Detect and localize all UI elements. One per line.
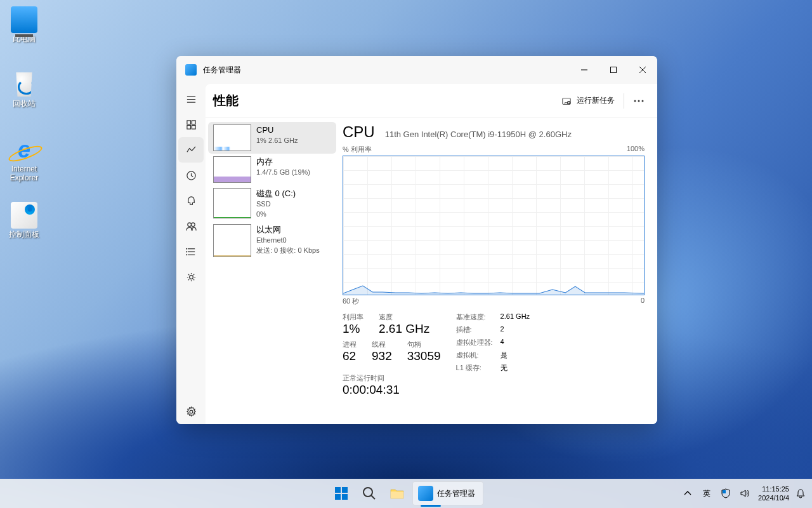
perf-item-disk[interactable]: 磁盘 0 (C:) SSD 0%: [208, 185, 336, 222]
start-button[interactable]: [329, 481, 354, 506]
windows-logo-icon: [334, 486, 349, 501]
clock-date: 2024/10/4: [758, 493, 789, 502]
cpu-model: 11th Gen Intel(R) Core(TM) i9-11950H @ 2…: [385, 130, 572, 139]
svg-rect-10: [192, 125, 195, 129]
recycle-bin-icon: [11, 71, 37, 98]
perf-item-memory[interactable]: 内存 1.4/7.5 GB (19%): [208, 154, 336, 185]
chart-ylabel: % 利用率: [343, 145, 372, 154]
more-icon: [634, 100, 644, 102]
svg-point-20: [189, 275, 193, 279]
divider: [624, 93, 624, 109]
tray-show-hidden-icons[interactable]: [678, 481, 697, 506]
svg-rect-7: [187, 120, 190, 124]
nav-processes[interactable]: [178, 112, 204, 137]
cpu-spec-table: 基准速度:2.61 GHz 插槽:2 虚拟处理器:4 虚拟机:是 L1 缓存:无: [456, 312, 530, 397]
ie-icon: [11, 137, 37, 163]
chart-xleft: 60 秒: [343, 297, 359, 306]
nav-performance[interactable]: [178, 137, 204, 163]
task-manager-window: 任务管理器 性能 运行新任务: [176, 56, 657, 424]
minimize-button[interactable]: [570, 56, 599, 84]
svg-rect-1: [611, 67, 617, 73]
tray-security-icon[interactable]: [716, 481, 735, 506]
window-titlebar[interactable]: 任务管理器: [176, 56, 657, 84]
perf-item-sub2: 发送: 0 接收: 0 Kbps: [256, 246, 320, 255]
cpu-utilization-chart: [343, 156, 645, 295]
svg-rect-35: [391, 491, 403, 498]
chart-xright: 0: [641, 297, 645, 306]
perf-item-sub: Ethernet0: [256, 236, 320, 245]
svg-line-34: [371, 495, 375, 499]
chart-grid: [343, 156, 644, 295]
svg-point-33: [363, 488, 372, 497]
task-manager-icon: [418, 486, 433, 501]
svg-rect-32: [342, 494, 348, 500]
tray-notifications[interactable]: [793, 488, 808, 498]
desktop-icon-internet-explorer[interactable]: Internet Explorer: [0, 137, 48, 183]
nav-hamburger-button[interactable]: [178, 86, 204, 112]
bell-icon: [796, 488, 806, 498]
clock-time: 11:15:25: [762, 485, 789, 493]
perf-item-sub2: 0%: [256, 210, 296, 219]
taskbar-task-manager[interactable]: 任务管理器: [412, 481, 483, 505]
svg-point-21: [190, 410, 193, 413]
desktop-icon-label: Internet Explorer: [0, 164, 48, 183]
svg-point-17: [186, 248, 187, 249]
page-title: 性能: [213, 92, 239, 109]
folder-icon: [390, 486, 405, 501]
chevron-up-icon: [683, 488, 693, 498]
nav-details[interactable]: [178, 239, 204, 264]
page-header: 性能 运行新任务: [206, 84, 657, 118]
nav-users[interactable]: [178, 213, 204, 239]
taskbar-search-button[interactable]: [357, 481, 382, 506]
svg-rect-31: [335, 494, 341, 500]
desktop-icon-recycle-bin[interactable]: 回收站: [0, 71, 48, 108]
nav-app-history[interactable]: [178, 163, 204, 188]
nav-services[interactable]: [178, 264, 204, 290]
perf-item-cpu[interactable]: CPU 1% 2.61 GHz: [208, 122, 336, 154]
speaker-icon: [740, 488, 750, 498]
more-options-button[interactable]: [628, 91, 650, 110]
desktop-icon-control-panel[interactable]: 控制面板: [0, 202, 48, 239]
chart-ymax: 100%: [627, 145, 645, 154]
nav-settings[interactable]: [178, 399, 204, 424]
search-icon: [362, 486, 377, 501]
stat-utilization: 利用率 1%: [343, 312, 363, 336]
perf-item-name: CPU: [256, 124, 298, 136]
run-task-icon: [561, 96, 572, 106]
detail-title: CPU: [343, 123, 375, 141]
desktop-icon-label: 控制面板: [0, 230, 48, 239]
maximize-button[interactable]: [599, 56, 628, 84]
tray-ime-indicator[interactable]: 英: [697, 481, 716, 506]
nav-startup-apps[interactable]: [178, 188, 204, 213]
stat-processes: 进程 62: [343, 340, 357, 363]
desktop-icon-this-pc[interactable]: 此电脑: [0, 6, 48, 43]
svg-rect-29: [335, 487, 341, 493]
svg-point-19: [186, 254, 187, 255]
tray-volume-icon[interactable]: [735, 481, 754, 506]
svg-rect-30: [342, 487, 348, 493]
ethernet-thumbnail-chart: [213, 224, 251, 257]
performance-sidebar: CPU 1% 2.61 GHz 内存 1.4/7.5 GB (19%): [206, 118, 339, 424]
svg-point-12: [187, 222, 191, 226]
close-button[interactable]: [628, 56, 657, 84]
window-title: 任务管理器: [203, 65, 241, 76]
svg-rect-8: [192, 120, 195, 124]
perf-item-name: 以太网: [256, 224, 320, 236]
memory-thumbnail-chart: [213, 156, 251, 183]
stat-handles: 句柄 33059: [407, 340, 441, 363]
desktop-icon-label: 回收站: [0, 99, 48, 108]
taskbar-file-explorer[interactable]: [384, 481, 410, 506]
stat-threads: 线程 932: [372, 340, 392, 363]
monitor-icon: [11, 6, 37, 33]
taskbar: 任务管理器 英 11:15:25 2024/10/4: [0, 479, 812, 508]
shield-icon: [721, 488, 731, 498]
perf-item-sub: 1% 2.61 GHz: [256, 136, 298, 145]
stat-uptime: 正常运行时间 0:00:04:31: [343, 373, 441, 397]
run-new-task-button[interactable]: 运行新任务: [556, 91, 620, 110]
tray-clock[interactable]: 11:15:25 2024/10/4: [754, 485, 793, 503]
perf-item-name: 磁盘 0 (C:): [256, 188, 296, 199]
svg-point-26: [634, 100, 636, 102]
performance-detail-pane: CPU 11th Gen Intel(R) Core(TM) i9-11950H…: [339, 118, 657, 424]
perf-item-ethernet[interactable]: 以太网 Ethernet0 发送: 0 接收: 0 Kbps: [208, 222, 336, 260]
perf-item-sub: SSD: [256, 199, 296, 209]
